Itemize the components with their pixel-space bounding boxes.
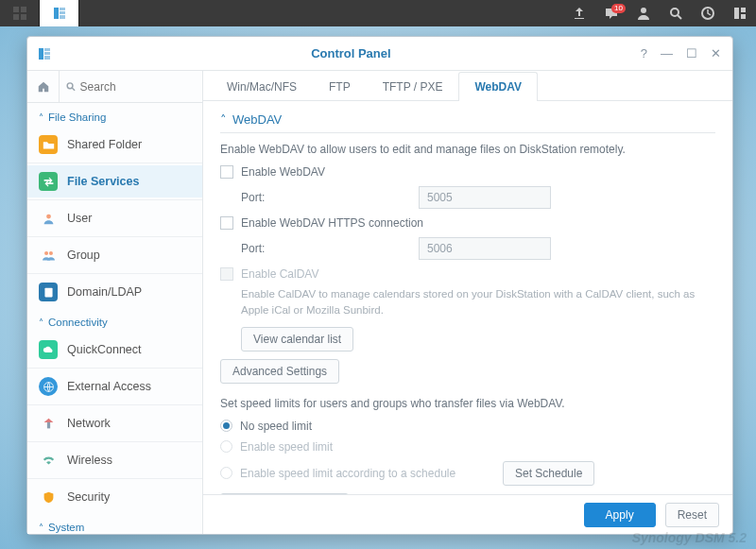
os-upload-icon[interactable]	[563, 0, 595, 26]
tab-win-mac-nfs[interactable]: Win/Mac/NFS	[211, 72, 313, 101]
svg-line-10	[678, 15, 681, 19]
os-pilot-icon[interactable]	[724, 0, 756, 26]
reset-button[interactable]: Reset	[665, 503, 719, 527]
svg-rect-2	[13, 14, 19, 20]
sidebar-item-file-services[interactable]: File Services	[27, 165, 202, 197]
tab-tftp-pxe[interactable]: TFTP / PXE	[367, 72, 459, 101]
svg-rect-24	[44, 287, 52, 297]
chevron-up-icon: ˄	[39, 112, 43, 123]
window-maximize-button[interactable]: ☐	[686, 46, 697, 60]
shield-icon	[39, 488, 58, 506]
label-enable-webdav: Enable WebDAV	[241, 165, 325, 179]
home-icon	[37, 80, 50, 94]
svg-point-19	[67, 83, 73, 89]
sidebar-item-wireless[interactable]: Wireless	[27, 444, 202, 476]
svg-point-8	[641, 8, 646, 13]
window-close-button[interactable]: ✕	[711, 46, 721, 60]
svg-rect-14	[741, 14, 746, 19]
svg-point-22	[44, 251, 48, 255]
tab-content: ˄ WebDAV Enable WebDAV to allow users to…	[203, 101, 732, 494]
apply-button[interactable]: Apply	[584, 503, 656, 527]
window-titlebar: Control Panel ? — ☐ ✕	[27, 37, 732, 71]
tab-webdav[interactable]: WebDAV	[458, 72, 538, 101]
transfer-icon	[39, 172, 58, 191]
sidebar-item-domain-ldap[interactable]: Domain/LDAP	[27, 276, 202, 308]
caldav-description: Enable CalDAV to manage calendars stored…	[220, 286, 715, 319]
sidebar-item-label: File Services	[67, 175, 139, 188]
svg-rect-6	[60, 11, 65, 14]
sidebar-section-connectivity[interactable]: ˄Connectivity	[27, 308, 202, 334]
svg-rect-18	[44, 56, 50, 60]
sidebar-item-label: QuickConnect	[67, 343, 142, 356]
sidebar-item-label: Network	[67, 417, 111, 430]
svg-rect-5	[60, 8, 65, 10]
control-panel-window: Control Panel ? — ☐ ✕ ˄File Sharing	[26, 36, 733, 535]
label-port-http: Port:	[241, 191, 411, 204]
set-schedule-button[interactable]: Set Schedule	[503, 461, 594, 486]
checkbox-enable-webdav[interactable]	[220, 165, 233, 179]
folder-icon	[39, 135, 58, 154]
os-search-icon[interactable]	[660, 0, 692, 26]
cloud-icon	[39, 340, 58, 359]
tab-ftp[interactable]: FTP	[313, 72, 367, 101]
network-icon	[39, 414, 58, 433]
radio-no-speed-limit[interactable]	[220, 420, 232, 432]
view-calendar-list-button[interactable]: View calendar list	[241, 327, 353, 352]
label-schedule-speed-limit: Enable speed limit according to a schedu…	[240, 467, 495, 480]
label-enable-caldav: Enable CalDAV	[241, 267, 319, 281]
sidebar-item-group[interactable]: Group	[27, 239, 202, 271]
sidebar-item-security[interactable]: Security	[27, 481, 202, 513]
svg-rect-3	[21, 14, 26, 20]
svg-rect-26	[46, 421, 49, 428]
label-no-speed-limit: No speed limit	[240, 420, 312, 433]
tab-bar: Win/Mac/NFS FTP TFTP / PXE WebDAV	[203, 71, 732, 101]
svg-point-9	[671, 9, 679, 16]
os-task-controlpanel[interactable]	[40, 0, 79, 26]
sidebar-item-external-access[interactable]: External Access	[27, 370, 202, 403]
sidebar-item-quickconnect[interactable]: QuickConnect	[27, 334, 202, 366]
sidebar-item-network[interactable]: Network	[27, 407, 202, 439]
checkbox-enable-webdav-https[interactable]	[220, 216, 233, 230]
speed-limit-description: Set speed limits for users and groups wh…	[220, 397, 715, 410]
label-enable-https: Enable WebDAV HTTPS connection	[241, 216, 423, 230]
window-title: Control Panel	[61, 46, 641, 60]
label-port-https: Port:	[241, 242, 411, 255]
wifi-icon	[39, 451, 58, 470]
group-icon	[39, 246, 58, 265]
os-widgets-icon[interactable]	[692, 0, 724, 26]
sidebar-item-label: User	[67, 212, 92, 225]
sidebar-section-file-sharing[interactable]: ˄File Sharing	[27, 103, 202, 129]
chevron-up-icon: ˄	[39, 523, 43, 533]
input-port-https[interactable]	[419, 237, 551, 260]
main-panel: Win/Mac/NFS FTP TFTP / PXE WebDAV ˄ WebD…	[203, 71, 732, 534]
svg-rect-17	[44, 52, 50, 55]
svg-point-21	[46, 214, 51, 218]
chevron-up-icon: ˄	[39, 317, 43, 328]
radio-enable-speed-limit[interactable]	[220, 440, 232, 453]
window-minimize-button[interactable]: —	[661, 46, 673, 60]
advanced-settings-button[interactable]: Advanced Settings	[220, 359, 339, 384]
radio-schedule-speed-limit[interactable]	[220, 467, 232, 479]
book-icon	[39, 283, 58, 301]
window-help-button[interactable]: ?	[641, 46, 647, 60]
os-user-icon[interactable]	[627, 0, 660, 26]
sidebar-item-shared-folder[interactable]: Shared Folder	[27, 129, 202, 161]
notification-badge: 10	[611, 4, 626, 13]
svg-rect-16	[44, 48, 50, 51]
sidebar-item-label: Domain/LDAP	[67, 285, 142, 299]
sidebar-section-system[interactable]: ˄System	[27, 513, 202, 534]
footer: Apply Reset	[203, 494, 732, 534]
sidebar-item-label: Security	[67, 490, 110, 504]
checkbox-enable-caldav[interactable]	[220, 267, 233, 281]
input-port-http[interactable]	[419, 186, 551, 209]
section-heading-webdav[interactable]: ˄ WebDAV	[220, 112, 715, 133]
home-button[interactable]	[27, 71, 60, 103]
os-notifications-icon[interactable]: 10	[595, 0, 627, 26]
os-show-desktop-button[interactable]	[0, 0, 40, 26]
search-icon	[65, 80, 77, 93]
sidebar-item-user[interactable]: User	[27, 202, 202, 234]
svg-line-20	[72, 88, 75, 91]
svg-rect-1	[21, 7, 26, 12]
svg-rect-7	[60, 15, 65, 19]
search-input[interactable]	[80, 80, 197, 94]
